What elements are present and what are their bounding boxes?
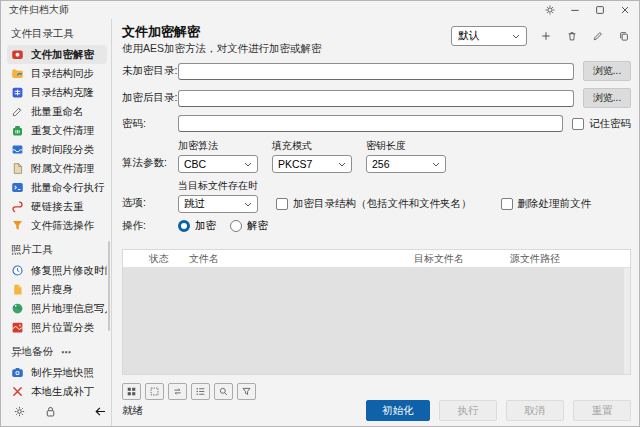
column-header-target-filename[interactable]: 目标文件名: [410, 252, 506, 266]
select-all-icon[interactable]: [122, 383, 141, 400]
profile-select-value: 默认: [458, 29, 508, 43]
field-row-source-dir: 未加密目录: 浏览...: [122, 61, 631, 81]
target-dir-input[interactable]: [178, 90, 574, 107]
sidebar-item-photo-location[interactable]: 照片位置分类: [7, 318, 107, 337]
checkbox[interactable]: [501, 198, 513, 210]
delete-icon[interactable]: [564, 29, 579, 44]
sidebar-item-batch-cmd[interactable]: 批量命令行执行: [7, 178, 107, 197]
edit-icon[interactable]: [590, 29, 605, 44]
decrypt-radio-group[interactable]: 解密: [230, 219, 268, 233]
close-icon[interactable]: [617, 3, 633, 17]
checkbox[interactable]: [276, 198, 288, 210]
table-toolbar: [122, 383, 631, 400]
sidebar-item-label: 目录结构同步: [31, 67, 94, 81]
search-icon[interactable]: [214, 383, 233, 400]
main-header: 文件加密解密 使用AES加密方法，对文件进行加密或解密 默认: [122, 24, 631, 56]
lock-icon[interactable]: [44, 405, 57, 418]
field-label: 密码:: [122, 117, 178, 131]
sidebar-item-label: 批量命令行执行: [31, 181, 105, 195]
file-exists-select[interactable]: 跳过: [178, 195, 258, 213]
photo-geo-write-icon: [11, 302, 24, 315]
profile-select[interactable]: 默认: [451, 26, 527, 46]
sidebar-item-label: 目录结构克隆: [31, 86, 94, 100]
copy-icon[interactable]: [616, 29, 631, 44]
browse-button[interactable]: 浏览...: [583, 88, 631, 108]
sidebar-item-file-encrypt[interactable]: 文件加密解密: [7, 45, 107, 64]
encrypt-radio-group[interactable]: 加密: [178, 219, 216, 233]
chevron-down-icon: [512, 34, 520, 39]
sidebar-item-patch-generate[interactable]: 本地生成补丁: [7, 382, 107, 401]
key-length-group: 密钥长度 256: [366, 139, 446, 173]
checkbox[interactable]: [572, 118, 584, 130]
checkbox-label: 记住密码: [589, 117, 631, 131]
cipher-mode-select[interactable]: CBC: [178, 155, 258, 173]
sidebar-item-file-filter[interactable]: 文件筛选操作: [7, 216, 107, 235]
patch-generate-icon: [11, 385, 24, 398]
sidebar-scrollbar[interactable]: [108, 241, 110, 331]
photo-slim-icon: [11, 283, 24, 296]
maximize-icon[interactable]: [592, 3, 608, 17]
sidebar-item-photo-time-fix[interactable]: 修复照片修改时间: [7, 261, 107, 280]
sidebar-item-snapshot[interactable]: 制作异地快照: [7, 363, 107, 382]
sidebar-item-hardlink-dedup[interactable]: 硬链接去重: [7, 197, 107, 216]
sidebar-item-photo-slim[interactable]: 照片瘦身: [7, 280, 107, 299]
sidebar-item-attach-clean[interactable]: 附属文件清理: [7, 159, 107, 178]
invert-selection-icon[interactable]: [168, 383, 187, 400]
filter-icon[interactable]: [237, 383, 256, 400]
sidebar-item-dir-clone[interactable]: 目录结构克隆: [7, 83, 107, 102]
source-dir-input[interactable]: [178, 63, 574, 80]
sidebar-item-photo-geo-write[interactable]: 照片地理信息写入: [7, 299, 107, 318]
password-input[interactable]: [178, 115, 563, 132]
sidebar-item-batch-rename[interactable]: 批量重命名: [7, 102, 107, 121]
table-empty-area: [123, 268, 624, 374]
time-classify-icon: [11, 143, 24, 156]
chevron-down-icon: [244, 202, 252, 207]
chevron-down-icon: [244, 162, 252, 167]
remember-password-checkbox-group[interactable]: 记住密码: [572, 117, 631, 131]
radio-selected[interactable]: [178, 220, 190, 232]
more-ellipsis-icon[interactable]: ⋯: [61, 346, 73, 358]
theme-icon[interactable]: [542, 3, 558, 17]
settings-gear-icon[interactable]: [13, 405, 26, 418]
collapse-arrow-icon[interactable]: [93, 405, 108, 418]
encrypt-icon: [11, 48, 24, 61]
sidebar-item-label: 本地生成补丁: [31, 385, 94, 399]
column-header-source-path[interactable]: 源文件路径: [506, 252, 630, 266]
sidebar-item-dir-sync[interactable]: 目录结构同步: [7, 64, 107, 83]
algo-params-label: 算法参数:: [122, 156, 178, 173]
dropdown-label: 加密算法: [178, 139, 258, 153]
sidebar: 文件目录工具 文件加密解密 目录结构同步 目录结构克隆 批量重命名 重复文件清理: [1, 19, 111, 426]
app-window: 文件归档大师 文件目录工具 文件加密解密 目录结构同步 目录结构克隆: [0, 0, 640, 427]
add-icon[interactable]: [538, 29, 553, 44]
browse-button[interactable]: 浏览...: [583, 61, 631, 81]
page-title: 文件加密解密: [122, 24, 322, 40]
encrypt-structure-checkbox-group[interactable]: 加密目录结构（包括文件和文件夹名）: [276, 197, 472, 211]
sidebar-item-time-classify[interactable]: 按时间段分类: [7, 140, 107, 159]
key-length-select[interactable]: 256: [366, 155, 446, 173]
list-icon[interactable]: [191, 383, 210, 400]
snapshot-camera-icon: [11, 366, 24, 379]
cancel-button[interactable]: 取消: [506, 400, 564, 421]
sidebar-item-label: 照片瘦身: [31, 283, 73, 297]
folder-sync-icon: [11, 67, 24, 80]
sidebar-item-duplicate-clean[interactable]: 重复文件清理: [7, 121, 107, 140]
radio-label: 加密: [195, 219, 216, 233]
dropdown-label: 填充模式: [272, 139, 352, 153]
column-header-status[interactable]: 状态: [145, 252, 185, 266]
minimize-icon[interactable]: [567, 3, 583, 17]
padding-mode-select[interactable]: PKCS7: [272, 155, 352, 173]
reset-button[interactable]: 重置: [573, 400, 631, 421]
execute-button[interactable]: 执行: [439, 400, 497, 421]
radio[interactable]: [230, 220, 242, 232]
duplicate-clean-icon: [11, 124, 24, 137]
sidebar-item-label: 文件筛选操作: [31, 219, 94, 233]
table-vertical-scrollbar[interactable]: [624, 268, 630, 374]
column-header-filename[interactable]: 文件名: [185, 252, 410, 266]
table-body: [123, 268, 630, 374]
initialize-button[interactable]: 初始化: [366, 400, 430, 421]
field-row-target-dir: 加密后目录: 浏览...: [122, 88, 631, 108]
photo-location-icon: [11, 321, 24, 334]
deselect-icon[interactable]: [145, 383, 164, 400]
table-header: 状态 文件名 目标文件名 源文件路径: [123, 250, 630, 268]
delete-original-checkbox-group[interactable]: 删除处理前文件: [501, 197, 592, 211]
